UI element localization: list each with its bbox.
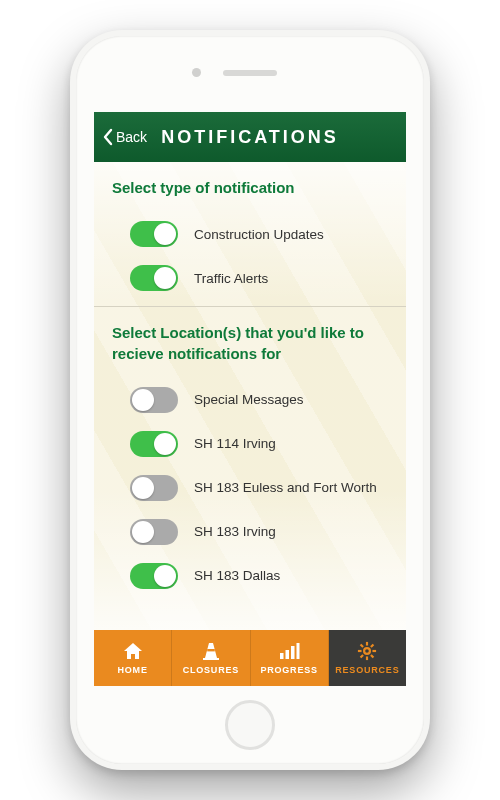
svg-line-11 (361, 645, 364, 648)
toggle-construction-updates[interactable] (130, 221, 178, 247)
toggle-row: Traffic Alerts (112, 256, 388, 300)
tab-bar: HOME CLOSURES PROGRESS RESOURCES (94, 630, 406, 686)
gear-icon (356, 641, 378, 661)
section-type-title: Select type of notification (112, 178, 388, 198)
svg-rect-1 (203, 658, 219, 660)
toggle-label: Special Messages (194, 392, 304, 407)
camera-dot (192, 68, 201, 77)
svg-rect-2 (280, 653, 284, 659)
toggle-label: SH 114 Irving (194, 436, 276, 451)
tab-home[interactable]: HOME (94, 630, 172, 686)
phone-inner: Back NOTIFICATIONS Select type of notifi… (76, 36, 424, 764)
toggle-special-messages[interactable] (130, 387, 178, 413)
svg-point-6 (364, 648, 370, 654)
section-locations: Select Location(s) that you'd like to re… (94, 306, 406, 604)
chevron-left-icon (102, 128, 114, 146)
bars-icon (278, 641, 300, 661)
toggle-row: SH 114 Irving (112, 422, 388, 466)
toggle-sh-183-euless-fw[interactable] (130, 475, 178, 501)
toggle-row: Construction Updates (112, 212, 388, 256)
home-button[interactable] (225, 700, 275, 750)
section-locations-title: Select Location(s) that you'd like to re… (112, 323, 388, 364)
app-header: Back NOTIFICATIONS (94, 112, 406, 162)
toggle-sh-114-irving[interactable] (130, 431, 178, 457)
back-button[interactable]: Back (94, 112, 157, 162)
toggle-sh-183-irving[interactable] (130, 519, 178, 545)
svg-rect-3 (286, 650, 290, 659)
speaker-slot (223, 70, 277, 76)
tab-label: HOME (118, 665, 148, 675)
tab-label: RESOURCES (335, 665, 399, 675)
section-type: Select type of notification Construction… (94, 162, 406, 306)
svg-rect-0 (207, 649, 215, 651)
toggle-label: SH 183 Dallas (194, 568, 280, 583)
tab-progress[interactable]: PROGRESS (251, 630, 329, 686)
svg-line-12 (371, 655, 374, 658)
toggle-row: SH 183 Irving (112, 510, 388, 554)
tab-label: CLOSURES (183, 665, 239, 675)
tab-label: PROGRESS (260, 665, 317, 675)
back-label: Back (116, 129, 147, 145)
toggle-traffic-alerts[interactable] (130, 265, 178, 291)
cone-icon (200, 641, 222, 661)
svg-line-13 (371, 645, 374, 648)
svg-line-14 (361, 655, 364, 658)
toggle-label: Traffic Alerts (194, 271, 268, 286)
tab-resources[interactable]: RESOURCES (329, 630, 406, 686)
toggle-row: Special Messages (112, 378, 388, 422)
svg-rect-5 (297, 643, 300, 659)
toggle-label: SH 183 Irving (194, 524, 276, 539)
toggle-row: SH 183 Dallas (112, 554, 388, 598)
phone-frame: Back NOTIFICATIONS Select type of notifi… (70, 30, 430, 770)
toggle-sh-183-dallas[interactable] (130, 563, 178, 589)
toggle-row: SH 183 Euless and Fort Worth (112, 466, 388, 510)
content-area: Select type of notification Construction… (94, 162, 406, 630)
svg-rect-4 (291, 646, 295, 659)
toggle-label: SH 183 Euless and Fort Worth (194, 480, 377, 495)
app-screen: Back NOTIFICATIONS Select type of notifi… (94, 112, 406, 686)
tab-closures[interactable]: CLOSURES (172, 630, 250, 686)
home-icon (122, 641, 144, 661)
toggle-label: Construction Updates (194, 227, 324, 242)
